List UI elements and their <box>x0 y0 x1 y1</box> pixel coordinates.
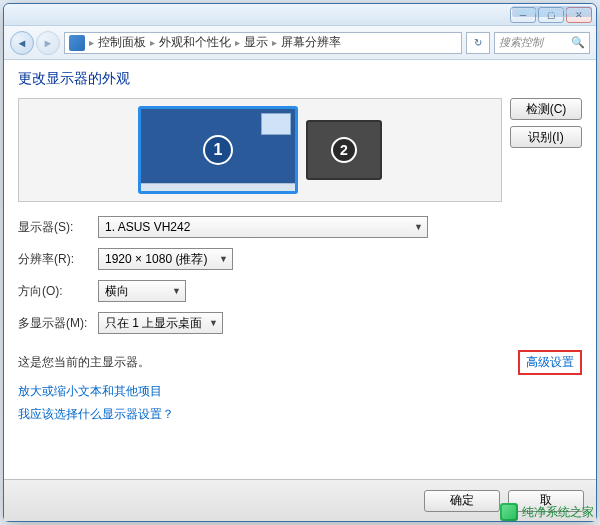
resolution-row: 分辨率(R): 1920 × 1080 (推荐) ▼ <box>18 248 582 270</box>
dropdown-value: 1. ASUS VH242 <box>105 220 190 234</box>
monitor-number: 2 <box>331 137 357 163</box>
monitor-row: 1 2 检测(C) 识别(I) <box>18 98 582 202</box>
resolution-dropdown[interactable]: 1920 × 1080 (推荐) ▼ <box>98 248 233 270</box>
watermark-icon <box>500 503 518 521</box>
chevron-down-icon: ▼ <box>172 286 181 296</box>
multi-row: 多显示器(M): 只在 1 上显示桌面 ▼ <box>18 312 582 334</box>
resolution-label: 分辨率(R): <box>18 251 98 268</box>
chevron-right-icon: ▸ <box>89 37 94 48</box>
orientation-label: 方向(O): <box>18 283 98 300</box>
control-panel-icon <box>69 35 85 51</box>
detect-button[interactable]: 检测(C) <box>510 98 582 120</box>
monitor-1[interactable]: 1 <box>138 106 298 194</box>
navbar: ◄ ► ▸ 控制面板 ▸ 外观和个性化 ▸ 显示 ▸ 屏幕分辨率 ↻ 搜索控制 … <box>4 26 596 60</box>
chevron-right-icon: ▸ <box>272 37 277 48</box>
ok-button[interactable]: 确定 <box>424 490 500 512</box>
chevron-right-icon: ▸ <box>150 37 155 48</box>
search-icon: 🔍 <box>571 36 585 49</box>
monitor-2[interactable]: 2 <box>306 120 382 180</box>
search-input[interactable]: 搜索控制 🔍 <box>494 32 590 54</box>
window-thumb-icon <box>261 113 291 135</box>
side-buttons: 检测(C) 识别(I) <box>510 98 582 202</box>
breadcrumb-item[interactable]: 控制面板 <box>98 34 146 51</box>
dropdown-value: 横向 <box>105 283 129 300</box>
refresh-dropdown[interactable]: ↻ <box>466 32 490 54</box>
form: 显示器(S): 1. ASUS VH242 ▼ 分辨率(R): 1920 × 1… <box>18 216 582 344</box>
display-dropdown[interactable]: 1. ASUS VH242 ▼ <box>98 216 428 238</box>
chevron-down-icon: ▼ <box>219 254 228 264</box>
forward-button[interactable]: ► <box>36 31 60 55</box>
content: www.ycwzjy.com 更改显示器的外观 1 2 检测(C) 识别(I) … <box>4 60 596 479</box>
primary-note: 这是您当前的主显示器。 <box>18 354 150 371</box>
back-button[interactable]: ◄ <box>10 31 34 55</box>
identify-button[interactable]: 识别(I) <box>510 126 582 148</box>
orientation-row: 方向(O): 横向 ▼ <box>18 280 582 302</box>
dropdown-value: 1920 × 1080 (推荐) <box>105 251 207 268</box>
breadcrumb-item[interactable]: 外观和个性化 <box>159 34 231 51</box>
monitor-number: 1 <box>203 135 233 165</box>
orientation-dropdown[interactable]: 横向 ▼ <box>98 280 186 302</box>
watermark: 纯净系统之家 <box>500 503 594 521</box>
taskbar-thumb <box>141 183 295 191</box>
note-row: 这是您当前的主显示器。 高级设置 <box>18 350 582 375</box>
multi-dropdown[interactable]: 只在 1 上显示桌面 ▼ <box>98 312 223 334</box>
breadcrumb-item[interactable]: 显示 <box>244 34 268 51</box>
page-title: 更改显示器的外观 <box>18 70 582 88</box>
chevron-right-icon: ▸ <box>235 37 240 48</box>
display-row: 显示器(S): 1. ASUS VH242 ▼ <box>18 216 582 238</box>
chevron-down-icon: ▼ <box>209 318 218 328</box>
breadcrumb[interactable]: ▸ 控制面板 ▸ 外观和个性化 ▸ 显示 ▸ 屏幕分辨率 <box>64 32 462 54</box>
chevron-down-icon: ▼ <box>414 222 423 232</box>
which-settings-link[interactable]: 我应该选择什么显示器设置？ <box>18 406 582 423</box>
nav-arrows: ◄ ► <box>10 31 60 55</box>
advanced-settings-link[interactable]: 高级设置 <box>518 350 582 375</box>
monitor-preview[interactable]: 1 2 <box>18 98 502 202</box>
dropdown-value: 只在 1 上显示桌面 <box>105 315 202 332</box>
text-size-link[interactable]: 放大或缩小文本和其他项目 <box>18 383 582 400</box>
search-placeholder: 搜索控制 <box>499 35 543 50</box>
titlebar: ─ ▢ ✕ <box>4 4 596 26</box>
breadcrumb-item[interactable]: 屏幕分辨率 <box>281 34 341 51</box>
window: ─ ▢ ✕ ◄ ► ▸ 控制面板 ▸ 外观和个性化 ▸ 显示 ▸ 屏幕分辨率 ↻… <box>3 3 597 522</box>
watermark-text: 纯净系统之家 <box>522 504 594 521</box>
display-label: 显示器(S): <box>18 219 98 236</box>
multi-label: 多显示器(M): <box>18 315 98 332</box>
